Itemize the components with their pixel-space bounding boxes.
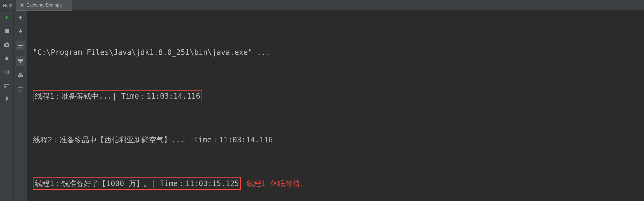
highlight-box: 线程1：准备筹钱中...| Time：11:03:14.116 (33, 90, 202, 102)
close-icon[interactable]: ✕ (66, 3, 69, 7)
trash-icon[interactable] (17, 86, 24, 93)
svg-rect-20 (19, 74, 22, 75)
layout-icon[interactable] (3, 82, 11, 89)
annotation-text: 线程1 休眠等待。 (246, 179, 308, 188)
down-arrow-icon[interactable] (17, 27, 24, 35)
run-tab[interactable]: ExchangeExample ✕ (16, 0, 72, 11)
svg-line-8 (5, 58, 6, 58)
run-top-bar: Run: ExchangeExample ✕ (0, 0, 644, 11)
stop-icon[interactable] (3, 27, 11, 35)
console-line: 线程1：准备筹钱中...| Time：11:03:14.116 (33, 89, 638, 104)
pin-icon[interactable] (3, 96, 11, 103)
scroll-to-end-icon[interactable] (16, 56, 25, 66)
tab-label: ExchangeExample (27, 2, 63, 7)
rerun-icon[interactable] (3, 14, 11, 21)
svg-rect-2 (5, 29, 9, 33)
run-label: Run: (3, 3, 12, 8)
run-gutter-secondary (14, 11, 27, 201)
svg-rect-23 (19, 88, 22, 92)
svg-line-10 (5, 60, 6, 60)
console-line: 线程2：准备物品中【西伯利亚新鲜空气】...| Time：11:03:14.11… (33, 133, 638, 147)
svg-point-5 (6, 44, 8, 46)
soft-wrap-icon[interactable] (16, 41, 25, 50)
console-line: "C:\Program Files\Java\jdk1.8.0_251\bin\… (33, 45, 638, 60)
svg-rect-13 (7, 84, 9, 85)
exit-icon[interactable] (3, 68, 11, 76)
highlight-box: 线程1：钱准备好了【1000 万】。| Time：11:03:15.125 (33, 177, 241, 190)
run-tool-window: Run: ExchangeExample ✕ (0, 0, 644, 201)
svg-rect-1 (21, 4, 23, 6)
print-icon[interactable] (17, 72, 24, 79)
debug-icon[interactable] (3, 55, 11, 62)
svg-rect-4 (6, 42, 8, 44)
console-output[interactable]: "C:\Program Files\Java\jdk1.8.0_251\bin\… (27, 11, 644, 201)
svg-rect-25 (20, 87, 21, 88)
camera-icon[interactable] (3, 41, 11, 48)
svg-rect-14 (4, 86, 7, 87)
run-gutter-left (0, 11, 14, 201)
svg-rect-22 (19, 76, 22, 78)
svg-rect-12 (4, 84, 7, 85)
console-line: 线程1：钱准备好了【1000 万】。| Time：11:03:15.125线程1… (33, 176, 638, 191)
svg-line-11 (8, 60, 9, 60)
up-arrow-icon[interactable] (17, 14, 24, 21)
svg-line-9 (8, 58, 9, 58)
run-config-icon (19, 2, 25, 8)
